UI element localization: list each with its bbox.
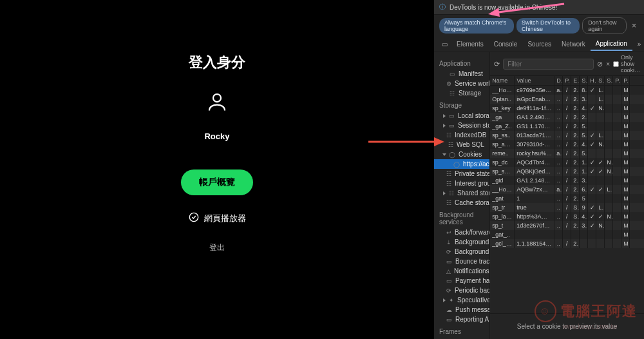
sidebar-item[interactable]: ↩Back/forward cache: [434, 228, 489, 237]
only-show-checkbox[interactable]: Only show cooki…: [613, 54, 640, 73]
info-icon: ⓘ: [439, 3, 446, 12]
table-header[interactable]: H..: [588, 76, 596, 85]
table-header[interactable]: S..: [580, 76, 588, 85]
watermark-url: www.kocpc.com.tw: [563, 323, 617, 330]
logout-link[interactable]: 登出: [209, 242, 225, 253]
table-row[interactable]: reme..rocky.hsu%40..a../2..5..M..: [490, 149, 644, 158]
sidebar-item[interactable]: ☷Cache storage: [434, 198, 489, 208]
sidebar-item[interactable]: ⟳Background sync: [434, 247, 489, 257]
sidebar-item[interactable]: ☷IndexedDB: [434, 130, 489, 140]
table-row[interactable]: __Hos..AQBw7zxCRV..a../2..6..✓✓L..M..: [490, 185, 644, 194]
sidebar-item[interactable]: ✦Speculative loads: [434, 295, 489, 305]
account-overview-button[interactable]: 帳戶概覽: [181, 170, 253, 195]
table-row[interactable]: _gaGA1.2.490459..../2..2..M..: [490, 113, 644, 122]
table-row[interactable]: Optan..isGpcEnabled..../2..3..L..M..: [490, 95, 644, 104]
refresh-icon[interactable]: ⟳: [494, 60, 500, 68]
chip-switch-lang[interactable]: Switch DevTools to Chinese: [516, 18, 580, 34]
table-header[interactable]: D..: [554, 76, 563, 85]
sidebar-item[interactable]: ▭Local storage: [434, 111, 489, 121]
sidebar-item[interactable]: ◯Cookies: [434, 150, 489, 159]
sidebar-item[interactable]: ▭Payment handler: [434, 276, 489, 286]
sidebar-item[interactable]: △Notifications: [434, 266, 489, 276]
banner-close-icon[interactable]: ×: [629, 21, 639, 30]
devtools-banner: ⓘ DevTools is now available in Chinese!: [434, 0, 644, 15]
sidebar-item[interactable]: ⇣Background fetch: [434, 237, 489, 247]
banner-text: DevTools is now available in Chinese!: [450, 4, 557, 11]
table-row[interactable]: sp_adid3079310d-377..../2..4..✓N..M..: [490, 140, 644, 149]
sidebar-item[interactable]: ☁Push messaging: [434, 305, 489, 315]
table-row[interactable]: sp_lan..https%3A%2F..../S..4..✓✓N..M..: [490, 212, 644, 221]
cookie-table: NameValueD..P..E..S..H..S..S..P..P.. __H…: [490, 76, 644, 313]
delete-icon[interactable]: ×: [606, 61, 610, 68]
chip-always-match[interactable]: Always match Chrome's language: [439, 18, 514, 34]
sidebar-item[interactable]: ☷Private state tokens: [434, 169, 489, 179]
table-row[interactable]: _ga_Z..GS1.1.170606..../2..5..M..: [490, 122, 644, 131]
chip-dont-show[interactable]: Don't show again: [582, 17, 627, 34]
tab-console[interactable]: Console: [489, 38, 523, 50]
table-header[interactable]: S..: [605, 76, 613, 85]
tab-sources[interactable]: Sources: [522, 38, 556, 50]
sidebar-item[interactable]: ☷Web SQL: [434, 140, 489, 150]
sidebar-section: Background services: [434, 208, 489, 228]
table-row[interactable]: sp_sec..AQBKjGedAZK..../2..1..✓✓N..M..: [490, 167, 644, 176]
username-label: Rocky: [204, 131, 229, 141]
sidebar-item[interactable]: ☷Interest groups: [434, 179, 489, 188]
web-player-link[interactable]: 網頁播放器: [189, 212, 246, 224]
watermark: ☺ 電腦王阿達: [535, 300, 638, 322]
check-circle-icon: [189, 212, 199, 224]
app-sidebar: Application▭Manifest⚙Service workers☷Sto…: [434, 52, 490, 339]
table-header[interactable]: S..: [596, 76, 605, 85]
sidebar-item[interactable]: ▭Manifest: [434, 69, 489, 79]
devtools-tabs: ▭ Elements Console Sources Network Appli…: [434, 37, 644, 52]
svg-point-1: [189, 213, 198, 221]
sidebar-item[interactable]: ☷Shared storage: [434, 188, 489, 198]
table-row[interactable]: sp_t1d3e2670f2ad..../2..3..✓N..M..: [490, 221, 644, 230]
table-row[interactable]: sp_ss..013acda71909..../2..5..✓L..M..: [490, 131, 644, 140]
table-row[interactable]: sp_trtrue../S..9✓L..M..: [490, 203, 644, 212]
sidebar-item[interactable]: ⟳Periodic background sync: [434, 286, 489, 295]
sidebar-cookie-origin[interactable]: ◯https://accounts.spotify.co: [434, 159, 489, 169]
watermark-face-icon: ☺: [535, 300, 556, 322]
svg-point-0: [213, 94, 221, 102]
table-header[interactable]: Name: [490, 76, 515, 85]
sidebar-section: Frames: [434, 324, 489, 337]
table-row[interactable]: _gidGA1.2.148962..../2..3..M..: [490, 176, 644, 185]
tab-more[interactable]: »: [632, 38, 644, 50]
sidebar-item[interactable]: ▭Session storage: [434, 121, 489, 130]
web-player-label: 網頁播放器: [204, 213, 246, 224]
tab-application[interactable]: Application: [591, 37, 632, 51]
devtools-panel: ⓘ DevTools is now available in Chinese! …: [434, 0, 644, 339]
filter-input[interactable]: [503, 59, 594, 70]
table-header[interactable]: P..: [563, 76, 571, 85]
table-row[interactable]: __Hos..c9769e35e984..a../2..8..✓L..M..: [490, 86, 644, 95]
avatar-icon: [205, 90, 229, 116]
tab-elements[interactable]: Elements: [451, 38, 489, 50]
table-header[interactable]: Value: [515, 76, 554, 85]
tab-network[interactable]: Network: [556, 38, 591, 50]
sidebar-item[interactable]: ▭Reporting API: [434, 315, 489, 324]
sidebar-item[interactable]: ▭Bounce tracking mitigations: [434, 257, 489, 266]
table-header[interactable]: P..: [613, 76, 621, 85]
table-row[interactable]: sp_keyde9ff11a-1f94..../2..4..✓N..M..: [490, 104, 644, 113]
table-header[interactable]: P..: [621, 76, 630, 85]
sidebar-item[interactable]: ☷Storage: [434, 88, 489, 98]
table-header[interactable]: E..: [571, 76, 580, 85]
inspect-icon[interactable]: ▭: [438, 41, 451, 48]
table-row[interactable]: sp_dcAQCdTbr4Pt1..../2..1..✓✓N..M..: [490, 158, 644, 167]
table-row[interactable]: _gcl_au1.1.188154912..../2..M..: [490, 239, 644, 248]
clear-icon[interactable]: ⊘: [597, 60, 603, 68]
sidebar-item[interactable]: ⚙Service workers: [434, 79, 489, 88]
sidebar-section: Application: [434, 56, 489, 69]
table-row[interactable]: _gat_..M..: [490, 230, 644, 239]
table-row[interactable]: _gat1../2..5M..: [490, 194, 644, 203]
sidebar-section: Storage: [434, 98, 489, 111]
login-title: 登入身分: [189, 53, 245, 72]
